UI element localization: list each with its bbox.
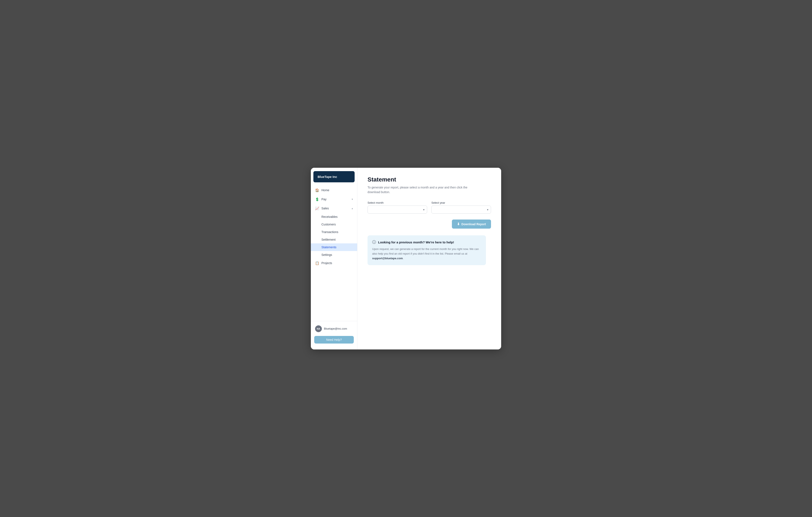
year-label: Select year — [431, 201, 491, 204]
info-card: ⓘ Looking for a previous month? We're he… — [368, 235, 486, 265]
user-row: NA Bluetape@inc.com — [314, 324, 354, 334]
info-card-body: Upon request, we can generate a report f… — [372, 247, 481, 261]
sidebar-item-label: Home — [321, 188, 353, 192]
sidebar-item-settlement[interactable]: Settlement — [311, 236, 357, 243]
user-email: Bluetape@inc.com — [324, 327, 347, 330]
download-report-button[interactable]: ⬇ Download Report — [452, 219, 491, 229]
download-row: ⬇ Download Report — [368, 219, 491, 229]
company-logo[interactable]: BlueTape Inc — [313, 171, 355, 182]
support-email-link[interactable]: support@bluetape.com — [372, 257, 403, 260]
main-nav: 🏠 Home 💲 Pay ▾ 📈 Sales ▴ Receivables Cus… — [311, 184, 357, 321]
sidebar-item-statements[interactable]: Statements — [311, 243, 357, 251]
sales-icon: 📈 — [315, 206, 319, 210]
download-icon: ⬇ — [457, 222, 460, 226]
home-icon: 🏠 — [315, 188, 319, 192]
sidebar-item-label: Sales — [321, 207, 350, 210]
sidebar-sub-label: Customers — [321, 223, 336, 226]
pay-icon: 💲 — [315, 197, 319, 201]
download-button-label: Download Report — [461, 222, 486, 226]
sidebar-item-sales[interactable]: 📈 Sales ▴ — [311, 204, 357, 213]
month-select[interactable]: January February March April May June Ju… — [368, 206, 427, 214]
projects-icon: 📋 — [315, 261, 319, 265]
main-content: Statement To generate your report, pleas… — [357, 168, 501, 349]
month-select-wrapper: January February March April May June Ju… — [368, 206, 427, 214]
sidebar-sub-label: Receivables — [321, 215, 338, 218]
help-circle-icon: ⓘ — [372, 240, 376, 245]
app-container: BlueTape Inc 🏠 Home 💲 Pay ▾ 📈 Sales ▴ Re… — [311, 168, 501, 349]
year-select-wrapper: 2024 2023 2022 2021 2020 ▾ — [431, 206, 491, 214]
info-card-header: ⓘ Looking for a previous month? We're he… — [372, 240, 481, 245]
sidebar-sub-label: Transactions — [321, 230, 338, 234]
year-select[interactable]: 2024 2023 2022 2021 2020 — [431, 206, 491, 214]
avatar: NA — [315, 325, 322, 332]
info-card-suffix: . — [403, 257, 404, 260]
info-card-title: Looking for a previous month? We're here… — [378, 240, 454, 244]
sidebar-item-label: Projects — [321, 261, 353, 265]
sidebar-footer: NA Bluetape@inc.com Need Help? — [311, 321, 357, 346]
need-help-button[interactable]: Need Help? — [314, 336, 354, 343]
sidebar: BlueTape Inc 🏠 Home 💲 Pay ▾ 📈 Sales ▴ Re… — [311, 168, 357, 349]
page-subtitle: To generate your report, please select a… — [368, 185, 477, 194]
info-card-text: Upon request, we can generate a report f… — [372, 247, 479, 255]
sidebar-item-projects[interactable]: 📋 Projects — [311, 258, 357, 268]
sidebar-item-pay[interactable]: 💲 Pay ▾ — [311, 195, 357, 204]
year-form-group: Select year 2024 2023 2022 2021 2020 ▾ — [431, 201, 491, 214]
sidebar-item-customers[interactable]: Customers — [311, 220, 357, 228]
sidebar-item-transactions[interactable]: Transactions — [311, 228, 357, 236]
page-title: Statement — [368, 176, 491, 183]
chevron-up-icon: ▴ — [352, 207, 353, 210]
month-label: Select month — [368, 201, 427, 204]
month-form-group: Select month January February March Apri… — [368, 201, 427, 214]
sidebar-sub-label: Settings — [321, 253, 332, 256]
sidebar-sub-label: Statements — [321, 245, 337, 249]
chevron-down-icon: ▾ — [352, 198, 353, 201]
sidebar-sub-label: Settlement — [321, 238, 336, 241]
sidebar-item-settings[interactable]: Settings — [311, 251, 357, 258]
sidebar-item-home[interactable]: 🏠 Home — [311, 186, 357, 195]
sidebar-item-receivables[interactable]: Receivables — [311, 213, 357, 220]
form-row: Select month January February March Apri… — [368, 201, 491, 214]
sidebar-item-label: Pay — [321, 197, 350, 201]
